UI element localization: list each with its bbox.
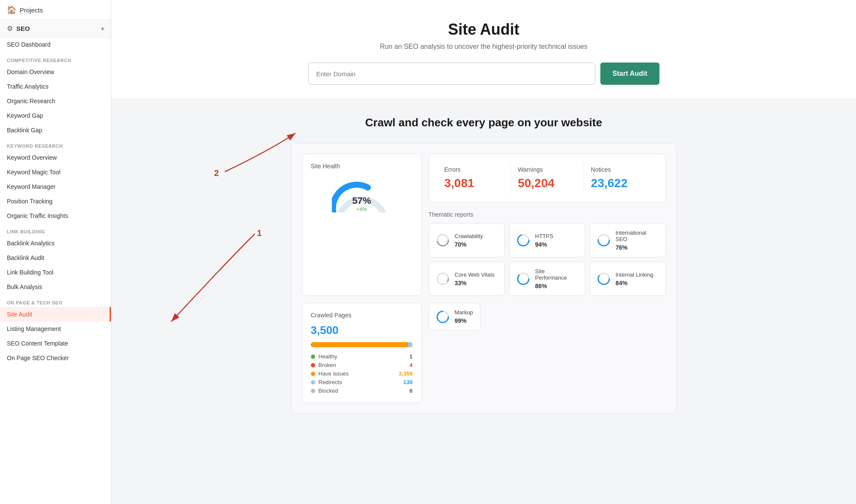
thematic-international-seo[interactable]: International SEO 76% [590,223,666,257]
hero-section: Site Audit Run an SEO analysis to uncove… [111,0,856,99]
gauge-wrapper: 57% +4% [332,178,392,212]
warnings-label: Warnings [518,166,577,173]
page-title: Site Audit [128,21,839,39]
sidebar-item-traffic-analytics[interactable]: Traffic Analytics [0,79,111,94]
core-web-vitals-info: Core Web Vitals 33% [455,271,495,286]
https-info: HTTPS 94% [535,233,554,248]
hero-input-row: Start Audit [308,63,659,85]
site-health-label: Site Health [311,163,413,170]
sidebar-item-link-building-tool[interactable]: Link Building Tool [0,265,111,280]
category-link-building: LINK BUILDING [0,223,111,236]
chevron-down-icon: ▾ [101,25,104,32]
international-seo-pct: 76% [616,244,659,251]
svg-text:2: 2 [214,168,219,178]
thematic-title: Thematic reports [429,211,666,218]
projects-label: Projects [20,6,43,14]
sidebar-item-listing-management[interactable]: Listing Management [0,322,111,336]
site-performance-info: Site Performance 86% [535,268,578,289]
thematic-site-performance[interactable]: Site Performance 86% [509,262,585,296]
crawlability-pct: 70% [455,241,483,248]
crawlability-progress-icon [436,233,450,247]
sidebar-item-keyword-gap[interactable]: Keyword Gap [0,108,111,123]
dashboard-container: Site Health 57% [291,143,677,414]
legend-healthy: Healthy 1 [311,353,413,360]
sidebar-item-organic-traffic-insights[interactable]: Organic Traffic Insights [0,209,111,223]
https-progress-icon [516,233,530,247]
category-competitive-research: COMPETITIVE RESEARCH [0,52,111,65]
markup-name: Markup [455,309,473,316]
gauge-percent: 57% [352,195,371,206]
crawlability-name: Crawlability [455,233,483,239]
markup-pct: 99% [455,317,473,324]
sidebar-item-keyword-manager[interactable]: Keyword Manager [0,179,111,194]
sidebar-item-domain-overview[interactable]: Domain Overview [0,65,111,79]
site-health-card: Site Health 57% [302,154,422,296]
sidebar-item-backlink-analytics[interactable]: Backlink Analytics [0,236,111,251]
sidebar-item-on-page-seo-checker[interactable]: On Page SEO Checker [0,351,111,365]
hero-subtitle: Run an SEO analysis to uncover the highe… [128,43,839,51]
markup-card[interactable]: Markup 99% [429,303,480,331]
projects-nav[interactable]: 🏠 Projects [0,0,111,20]
start-audit-button[interactable]: Start Audit [600,63,659,85]
gauge-change: +4% [352,206,371,212]
crawlability-info: Crawlability 70% [455,233,483,248]
category-on-page-tech-seo: ON PAGE & TECH SEO [0,294,111,307]
domain-input[interactable] [308,63,596,85]
international-seo-progress-icon [597,233,611,247]
thematic-https[interactable]: HTTPS 94% [509,223,585,257]
internal-linking-info: Internal Linking 84% [616,271,653,286]
annotation-arrows: 1 2 [163,116,308,414]
internal-linking-name: Internal Linking [616,271,653,278]
sidebar-item-site-audit[interactable]: Site Audit [0,307,111,322]
sidebar-item-seo-dashboard[interactable]: SEO Dashboard [0,37,111,52]
international-seo-info: International SEO 76% [616,230,659,251]
crawled-pages-card: Crawled Pages 3,500 Healthy [302,303,422,403]
core-web-vitals-name: Core Web Vitals [455,271,495,278]
errors-label: Errors [444,166,504,173]
sidebar-item-keyword-magic-tool[interactable]: Keyword Magic Tool [0,165,111,179]
sidebar-item-keyword-overview[interactable]: Keyword Overview [0,150,111,165]
sidebar-item-organic-research[interactable]: Organic Research [0,94,111,108]
markup-info: Markup 99% [455,309,473,324]
gauge-text: 57% +4% [352,195,371,212]
crawl-title: Crawl and check every page on your websi… [291,116,677,129]
seo-section[interactable]: ⚙ SEO ▾ [0,20,111,37]
sidebar-item-backlink-gap[interactable]: Backlink Gap [0,123,111,137]
ewn-card: Errors 3,081 Warnings 50,204 Notices 23,… [429,154,666,203]
svg-point-10 [437,273,448,284]
site-performance-pct: 86% [535,283,578,289]
notices-label: Notices [591,166,650,173]
sidebar: 🏠 Projects ⚙ SEO ▾ SEO Dashboard COMPETI… [0,0,111,504]
category-keyword-research: KEYWORD RESEARCH [0,137,111,150]
sidebar-item-bulk-analysis[interactable]: Bulk Analysis [0,280,111,294]
thematic-section: Thematic reports Crawlability [429,211,666,296]
internal-linking-progress-icon [597,272,611,286]
sidebar-item-seo-content-template[interactable]: SEO Content Template [0,336,111,351]
errors-value: 3,081 [444,176,504,190]
gauge-container: 57% +4% [311,175,413,216]
international-seo-name: International SEO [616,230,659,242]
seo-icon: ⚙ [7,24,13,33]
core-web-vitals-pct: 33% [455,280,495,286]
legend-broken: Broken 4 [311,362,413,368]
legend-have-issues: Have issues 3,359 [311,370,413,377]
cp-legend: Healthy 1 Broken 4 Have issues 3,359 [311,353,413,394]
sidebar-item-position-tracking[interactable]: Position Tracking [0,194,111,209]
thematic-core-web-vitals[interactable]: Core Web Vitals 33% [429,262,505,296]
legend-blocked: Blocked 6 [311,388,413,394]
https-pct: 94% [535,241,554,248]
site-performance-progress-icon [516,272,530,286]
sidebar-item-backlink-audit[interactable]: Backlink Audit [0,251,111,265]
thematic-crawlability[interactable]: Crawlability 70% [429,223,505,257]
seo-label: SEO [16,25,30,32]
notices-item: Notices 23,622 [584,163,657,194]
thematic-grid: Crawlability 70% [429,223,666,296]
site-performance-name: Site Performance [535,268,578,281]
crawled-pages-number: 3,500 [311,324,413,337]
warnings-value: 50,204 [518,176,577,190]
main-content: Site Audit Run an SEO analysis to uncove… [111,0,856,504]
svg-text:1: 1 [257,228,262,238]
thematic-internal-linking[interactable]: Internal Linking 84% [590,262,666,296]
markup-progress-icon [436,310,450,324]
top-row: Site Health 57% [302,154,666,296]
